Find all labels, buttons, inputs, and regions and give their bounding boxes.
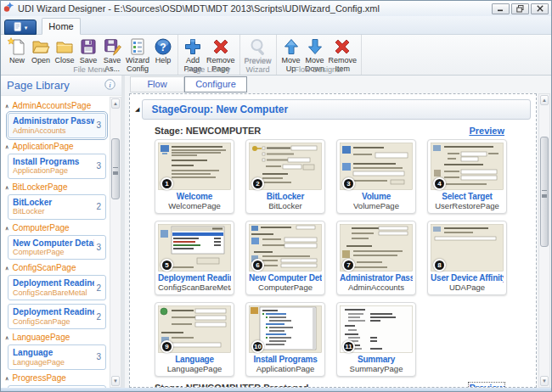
collapse-chevron-icon: ∧ xyxy=(5,334,8,340)
save-icon xyxy=(78,36,99,56)
page-tile-grid: 1WelcomeWelcomePage2BitLockerBitLocker3V… xyxy=(144,139,532,377)
page-card-count: 2 xyxy=(94,283,101,293)
page-tile-languagepage[interactable]: 9LanguageLanguagePage xyxy=(155,302,234,377)
page-tile-computerpage[interactable]: 6New Computer DetailsComputerPage xyxy=(245,221,325,295)
page-card-count: 3 xyxy=(94,352,101,361)
new-document-icon xyxy=(7,36,27,56)
page-library-card[interactable]: New Computer DetailsComputerPage3 xyxy=(8,235,106,260)
scroll-down-icon[interactable]: ▼ xyxy=(540,376,549,386)
scroll-up-icon[interactable]: ▲ xyxy=(540,95,549,105)
flow-designer-content: FlowConfigure ◢ StageGroup: New Computer… xyxy=(128,76,551,388)
page-tile-subtitle: ApplicationPage xyxy=(249,364,322,373)
app-menu-button[interactable]: ▾ xyxy=(4,20,37,35)
button-label: Help xyxy=(153,56,173,64)
collapse-chevron-icon: ∧ xyxy=(5,184,8,190)
page-card-title: Administrator Password xyxy=(13,116,94,126)
collapse-chevron-icon: ∧ xyxy=(5,143,8,149)
page-group-adminaccountspage[interactable]: ∧AdminAccountsPage xyxy=(5,101,108,110)
page-tile-subtitle: UDAPage xyxy=(431,283,504,292)
step-number-badge: 4 xyxy=(433,177,446,190)
ribbon-group-label: File Menu xyxy=(3,65,177,74)
page-library-card[interactable]: Install ProgramsApplicationPage3 xyxy=(8,154,106,179)
help-button[interactable]: ?Help xyxy=(151,36,175,64)
step-number-badge: 5 xyxy=(161,259,173,272)
close-button[interactable]: Close xyxy=(53,36,76,64)
page-group-bitlockerpage[interactable]: ∧BitLockerPage xyxy=(5,182,108,192)
stage-label-row: Stage: NEWCOMPUTERPreview xyxy=(155,126,504,136)
page-tile-configscanbaremetal[interactable]: 5Deployment ReadinessConfigScanBareMetal xyxy=(155,221,234,295)
page-tile-title: Volume xyxy=(340,192,413,201)
page-group-label: LanguagePage xyxy=(12,333,70,342)
content-scrollbar-thumb[interactable] xyxy=(540,137,549,247)
page-library-card[interactable]: Deployment ReadinessConfigScanBareMetal2 xyxy=(8,275,106,300)
page-tile-welcomepage[interactable]: 1WelcomeWelcomePage xyxy=(155,139,234,214)
scroll-up-icon[interactable]: ▲ xyxy=(111,98,120,109)
page-group-configscanpage[interactable]: ∧ConfigScanPage xyxy=(5,263,108,272)
page-library-card[interactable]: BitLockerBitLocker2 xyxy=(8,194,106,220)
page-group-label: ConfigScanPage xyxy=(12,263,76,272)
app-icon xyxy=(3,1,14,16)
page-tile-title: Summary xyxy=(340,355,413,364)
page-card-title: Deployment Readiness xyxy=(13,307,94,317)
content-scrollbar[interactable]: ▲ ▼ xyxy=(538,93,550,388)
page-tile-bitlocker[interactable]: 2BitLockerBitLocker xyxy=(245,139,325,214)
page-tile-subtitle: LanguagePage xyxy=(158,364,231,373)
page-tile-udapage[interactable]: 8User Device AffinityUDAPage xyxy=(427,221,507,295)
restore-button[interactable] xyxy=(511,3,529,14)
page-library-sidebar: Page Library i ∧AdminAccountsPageAdminis… xyxy=(1,76,125,388)
page-library-card[interactable]: Administrator PasswordAdminAccounts3 xyxy=(8,113,106,138)
window-controls xyxy=(492,3,549,14)
page-group-computerpage[interactable]: ∧ComputerPage xyxy=(5,223,108,232)
open-button[interactable]: Open xyxy=(29,36,53,64)
page-tile-applicationpage[interactable]: 10Install ProgramsApplicationPage xyxy=(245,302,325,377)
window-bottom-edge xyxy=(1,388,551,391)
ribbon-toolbar: NewOpenCloseSaveSave As...Wizard Config?… xyxy=(1,35,551,76)
page-group-progresspage[interactable]: ∧ProgressPage xyxy=(5,373,108,383)
page-tile-title: New Computer Details xyxy=(249,273,322,283)
move-up-icon xyxy=(281,36,301,56)
minimize-button[interactable] xyxy=(492,3,510,14)
ribbon-group-file-menu: NewOpenCloseSaveSave As...Wizard Config?… xyxy=(3,35,178,75)
scroll-down-icon[interactable]: ▼ xyxy=(111,376,120,386)
info-icon[interactable]: i xyxy=(104,78,115,93)
stage-group-header[interactable]: StageGroup: New Computer xyxy=(142,99,531,120)
chevron-down-icon: ▾ xyxy=(25,25,28,31)
new-button[interactable]: New xyxy=(5,36,29,64)
remove-page-icon xyxy=(206,36,235,56)
title-bar: UDI Wizard Designer - E:\Sources\OSD\MDT… xyxy=(1,1,551,16)
step-number-badge: 10 xyxy=(251,340,264,353)
page-card-subtitle: BitLocker xyxy=(13,207,94,216)
page-group-languagepage[interactable]: ∧LanguagePage xyxy=(5,333,108,342)
stage-group-row: ◢ StageGroup: New Computer xyxy=(135,99,531,120)
page-card-count: 3 xyxy=(94,120,101,130)
page-tile-summarypage[interactable]: 11SummarySummaryPage xyxy=(336,302,416,377)
tab-configure[interactable]: Configure xyxy=(184,76,247,92)
page-tile-title: Administrator Passw... xyxy=(340,273,413,283)
button-label: Open xyxy=(31,56,51,64)
page-tile-userrestorepage[interactable]: 4Select TargetUserRestorePage xyxy=(427,139,507,214)
page-library-card[interactable]: Deployment ReadinessConfigScanPage2 xyxy=(8,304,106,329)
page-card-subtitle: ApplicationPage xyxy=(13,166,94,175)
add-page-icon xyxy=(183,36,203,56)
expander-triangle-icon[interactable]: ◢ xyxy=(135,106,139,113)
close-button[interactable] xyxy=(531,3,549,14)
page-library-header: Page Library i xyxy=(1,76,121,96)
page-library-list: ∧AdminAccountsPageAdministrator Password… xyxy=(1,97,110,388)
tab-flow[interactable]: Flow xyxy=(130,76,184,92)
help-icon: ? xyxy=(153,36,173,56)
sidebar-scrollbar-thumb[interactable] xyxy=(111,138,120,199)
collapse-chevron-icon: ∧ xyxy=(5,375,8,381)
page-tile-title: Language xyxy=(158,355,231,364)
page-library-card[interactable]: LanguageLanguagePage3 xyxy=(8,344,106,370)
preview-link[interactable]: Preview xyxy=(469,126,504,136)
sidebar-scrollbar[interactable]: ▲ ▼ xyxy=(110,97,121,388)
tab-home[interactable]: Home xyxy=(42,18,81,35)
step-number-badge: 9 xyxy=(161,340,173,353)
page-group-applicationpage[interactable]: ∧ApplicationPage xyxy=(5,142,108,151)
page-card-subtitle: AdminAccounts xyxy=(13,126,94,135)
page-tile-volumepage[interactable]: 3VolumeVolumePage xyxy=(336,139,416,214)
button-label: Close xyxy=(54,56,75,64)
page-tile-adminaccounts[interactable]: 7Administrator Passw...AdminAccounts xyxy=(336,221,416,295)
save-button[interactable]: Save xyxy=(76,36,100,64)
ribbon-group-preview-wizard: PreviewPreview Wizard xyxy=(240,35,277,75)
